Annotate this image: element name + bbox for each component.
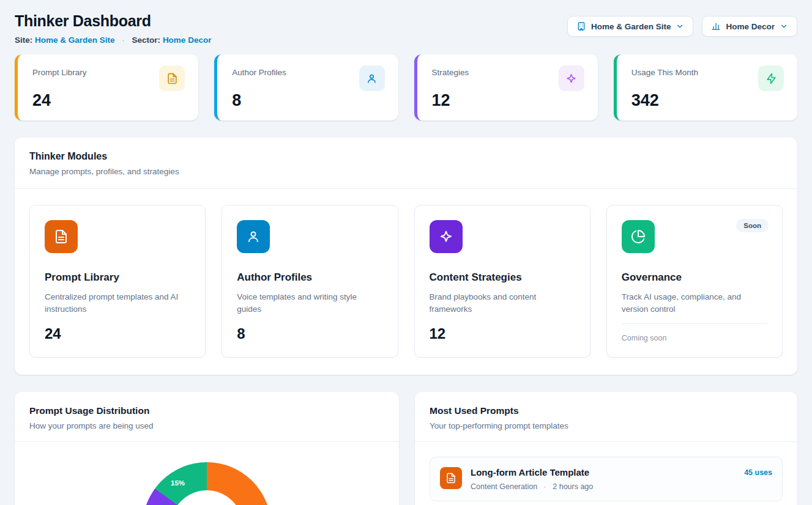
prompt-item-category: Content Generation [471, 482, 537, 491]
module-value: 24 [45, 325, 190, 342]
stat-value: 8 [232, 91, 384, 110]
chevron-down-icon [676, 22, 684, 31]
page-title: Thinker Dashboard [15, 12, 211, 30]
modules-title: Thinker Modules [29, 151, 783, 162]
usage-panel-title: Prompt Usage Distribution [29, 405, 384, 416]
sparkle-star-icon [559, 65, 584, 91]
divider [622, 323, 767, 324]
person-icon [359, 65, 385, 91]
module-description: Centralized prompt templates and AI inst… [45, 291, 190, 316]
sector-link[interactable]: Home Decor [163, 35, 212, 45]
most-used-prompts-panel: Most Used Prompts Your top-performing pr… [415, 392, 797, 505]
site-label: Site: [15, 35, 32, 45]
stat-label: Prompt Library [32, 65, 87, 77]
lightning-icon [758, 65, 784, 91]
separator-dot: · [544, 482, 546, 491]
modules-header: Thinker Modules Manage prompts, profiles… [15, 138, 797, 188]
prompt-item-time: 2 hours ago [553, 482, 593, 491]
module-title: Content Strategies [430, 271, 575, 284]
usage-donut-chart: 15% [143, 462, 271, 505]
site-sector-breadcrumb: Site: Home & Garden Site · Sector: Home … [15, 35, 211, 45]
module-card-author-profiles[interactable]: Author Profiles Voice templates and writ… [222, 205, 398, 358]
module-description: Brand playbooks and content frameworks [430, 291, 575, 316]
sector-selector-dropdown[interactable]: Home Decor [702, 16, 797, 37]
prompt-item-title: Long-form Article Template [471, 467, 736, 477]
stat-label: Usage This Month [631, 65, 698, 77]
dashboard-page: Thinker Dashboard Site: Home & Garden Si… [0, 0, 812, 505]
bottom-row: Prompt Usage Distribution How your promp… [15, 392, 797, 505]
module-card-governance[interactable]: Soon Governance Track AI usage, complian… [606, 205, 783, 358]
stat-value: 342 [631, 91, 784, 110]
module-description: Voice templates and writing style guides [237, 291, 382, 316]
prompt-list: Long-form Article Template Content Gener… [415, 442, 797, 505]
sector-selector-label: Home Decor [726, 22, 775, 31]
site-link[interactable]: Home & Garden Site [35, 35, 115, 45]
stat-card-author-profiles: Author Profiles 8 [214, 54, 398, 120]
sparkle-star-icon [430, 220, 463, 253]
stat-value: 12 [432, 91, 584, 110]
prompt-item-meta: Content Generation · 2 hours ago [471, 482, 736, 491]
sector-label: Sector: [132, 35, 161, 45]
separator-dot: · [122, 35, 125, 45]
stat-value: 24 [32, 91, 185, 110]
prompt-usage-panel: Prompt Usage Distribution How your promp… [15, 392, 399, 505]
prompt-item-uses-badge: 45 uses [744, 467, 772, 477]
building-icon [576, 21, 586, 31]
site-selector-dropdown[interactable]: Home & Garden Site [567, 16, 694, 37]
document-icon [440, 467, 462, 489]
modules-subtitle: Manage prompts, profiles, and strategies [29, 167, 783, 176]
bar-chart-icon [711, 21, 721, 31]
most-used-header: Most Used Prompts Your top-performing pr… [415, 392, 797, 441]
stats-row: Prompt Library 24 Author Profiles 8 Stra… [15, 54, 797, 120]
usage-panel-subtitle: How your prompts are being used [29, 421, 384, 430]
module-value: 8 [237, 325, 382, 342]
prompt-item-main: Long-form Article Template Content Gener… [471, 467, 736, 491]
pie-chart-icon [622, 220, 655, 253]
modules-grid: Prompt Library Centralized prompt templa… [15, 189, 797, 375]
document-icon [45, 220, 78, 253]
thinker-modules-section: Thinker Modules Manage prompts, profiles… [15, 138, 797, 375]
donut-segment-label: 15% [171, 479, 185, 487]
stat-label: Strategies [432, 65, 469, 77]
header-left: Thinker Dashboard Site: Home & Garden Si… [15, 12, 211, 45]
module-card-prompt-library[interactable]: Prompt Library Centralized prompt templa… [29, 205, 206, 358]
most-used-title: Most Used Prompts [430, 405, 783, 416]
most-used-subtitle: Your top-performing prompt templates [430, 421, 783, 430]
stat-label: Author Profiles [232, 65, 286, 77]
stat-card-usage: Usage This Month 342 [614, 54, 797, 120]
module-card-content-strategies[interactable]: Content Strategies Brand playbooks and c… [414, 205, 590, 358]
prompt-list-item[interactable]: Long-form Article Template Content Gener… [430, 457, 783, 501]
header-selectors: Home & Garden Site Home Decor [567, 16, 797, 37]
coming-soon-text: Coming soon [622, 334, 767, 342]
module-title: Prompt Library [45, 271, 190, 284]
chart-area: 15% [15, 442, 399, 505]
document-icon [159, 65, 185, 91]
module-title: Author Profiles [237, 271, 382, 284]
module-description: Track AI usage, compliance, and version … [622, 291, 767, 316]
module-value: 12 [430, 325, 575, 342]
chevron-down-icon [780, 22, 788, 31]
site-selector-label: Home & Garden Site [591, 22, 671, 31]
soon-badge: Soon [736, 219, 769, 232]
stat-card-prompt-library: Prompt Library 24 [15, 54, 198, 120]
module-title: Governance [622, 271, 767, 284]
stat-card-strategies: Strategies 12 [414, 54, 598, 120]
person-icon [237, 220, 270, 253]
header: Thinker Dashboard Site: Home & Garden Si… [15, 12, 797, 45]
usage-panel-header: Prompt Usage Distribution How your promp… [15, 392, 399, 441]
